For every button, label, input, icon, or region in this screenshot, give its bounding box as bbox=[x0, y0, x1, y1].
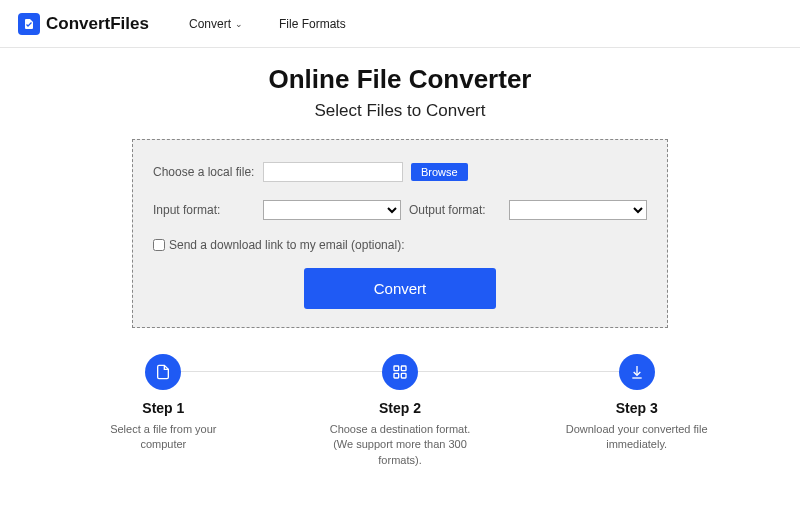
chevron-down-icon: ⌄ bbox=[235, 19, 243, 29]
choose-file-label: Choose a local file: bbox=[153, 165, 263, 179]
email-row: Send a download link to my email (option… bbox=[153, 238, 647, 252]
step-text: Choose a destination format. (We support… bbox=[327, 422, 474, 468]
file-path-input[interactable] bbox=[263, 162, 403, 182]
convert-button[interactable]: Convert bbox=[304, 268, 497, 309]
grid-icon bbox=[382, 354, 418, 390]
nav-label: Convert bbox=[189, 17, 231, 31]
output-format-label: Output format: bbox=[409, 203, 486, 217]
step-title: Step 1 bbox=[90, 400, 237, 416]
file-row: Choose a local file: Browse bbox=[153, 162, 647, 182]
svg-rect-2 bbox=[401, 373, 406, 378]
input-format-label: Input format: bbox=[153, 203, 263, 217]
email-checkbox-label: Send a download link to my email (option… bbox=[169, 238, 404, 252]
page-title: Online File Converter bbox=[0, 64, 800, 95]
convert-panel: Choose a local file: Browse Input format… bbox=[132, 139, 668, 328]
step-text: Select a file from your computer bbox=[90, 422, 237, 453]
nav-item-convert[interactable]: Convert ⌄ bbox=[189, 17, 243, 31]
page-subtitle: Select Files to Convert bbox=[0, 101, 800, 121]
step-2: Step 2 Choose a destination format. (We … bbox=[327, 354, 474, 468]
file-icon bbox=[145, 354, 181, 390]
svg-rect-1 bbox=[401, 366, 406, 371]
nav-label: File Formats bbox=[279, 17, 346, 31]
step-3: Step 3 Download your converted file imme… bbox=[563, 354, 710, 468]
step-1: Step 1 Select a file from your computer bbox=[90, 354, 237, 468]
step-title: Step 2 bbox=[327, 400, 474, 416]
input-format-select[interactable] bbox=[263, 200, 401, 220]
nav-item-file-formats[interactable]: File Formats bbox=[279, 17, 346, 31]
format-row: Input format: Output format: bbox=[153, 200, 647, 220]
email-checkbox[interactable] bbox=[153, 239, 165, 251]
main-content: Online File Converter Select Files to Co… bbox=[0, 48, 800, 468]
svg-rect-0 bbox=[394, 366, 399, 371]
step-title: Step 3 bbox=[563, 400, 710, 416]
top-nav: ConvertFiles Convert ⌄ File Formats bbox=[0, 0, 800, 48]
logo[interactable]: ConvertFiles bbox=[18, 13, 149, 35]
step-text: Download your converted file immediately… bbox=[563, 422, 710, 453]
logo-icon bbox=[18, 13, 40, 35]
browse-button[interactable]: Browse bbox=[411, 163, 468, 181]
output-format-select[interactable] bbox=[509, 200, 647, 220]
steps-row: Step 1 Select a file from your computer … bbox=[90, 354, 710, 468]
brand-name: ConvertFiles bbox=[46, 14, 149, 34]
svg-rect-3 bbox=[394, 373, 399, 378]
download-icon bbox=[619, 354, 655, 390]
